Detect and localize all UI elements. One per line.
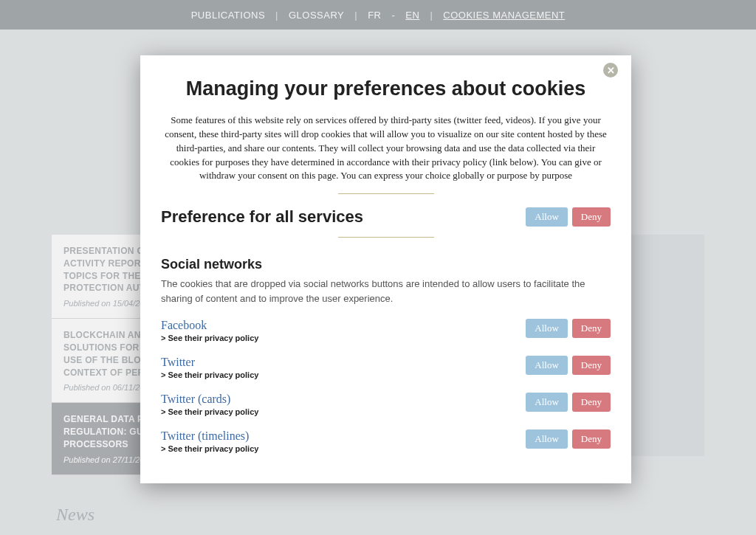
service-policy-link[interactable]: See their privacy policy <box>161 407 258 416</box>
service-row-twitter: Twitter See their privacy policy Allow D… <box>161 356 611 379</box>
cookie-modal: ✕ Managing your preferences about cookie… <box>140 55 631 483</box>
service-row-twitter-timelines: Twitter (timelines) See their privacy po… <box>161 429 611 453</box>
pref-all-heading: Preference for all services <box>161 207 363 227</box>
service-policy-link[interactable]: See their privacy policy <box>161 370 258 379</box>
service-name[interactable]: Twitter (cards) <box>161 393 258 406</box>
deny-button[interactable]: Deny <box>572 429 611 449</box>
modal-title: Managing your preferences about cookies <box>161 77 611 100</box>
deny-button[interactable]: Deny <box>572 393 611 412</box>
section-social-desc: The cookies that are dropped via social … <box>161 277 611 306</box>
modal-scroll[interactable]: Managing your preferences about cookies … <box>140 55 631 483</box>
divider <box>338 193 434 194</box>
service-name[interactable]: Twitter (timelines) <box>161 429 258 443</box>
service-row-facebook: Facebook See their privacy policy Allow … <box>161 319 611 342</box>
allow-button[interactable]: Allow <box>526 356 568 375</box>
allow-button[interactable]: Allow <box>526 393 568 412</box>
pref-all-row: Preference for all services Allow Deny <box>161 207 611 227</box>
service-policy-link[interactable]: See their privacy policy <box>161 444 258 453</box>
deny-button[interactable]: Deny <box>572 356 611 375</box>
allow-all-button[interactable]: Allow <box>526 207 568 227</box>
service-row-twitter-cards: Twitter (cards) See their privacy policy… <box>161 393 611 416</box>
allow-button[interactable]: Allow <box>526 319 568 338</box>
allow-button[interactable]: Allow <box>526 429 568 449</box>
service-name[interactable]: Twitter <box>161 356 258 369</box>
pref-all-buttons: Allow Deny <box>526 207 611 227</box>
section-social-title: Social networks <box>161 257 611 272</box>
service-policy-link[interactable]: See their privacy policy <box>161 334 258 342</box>
service-name[interactable]: Facebook <box>161 319 258 332</box>
modal-intro: Some features of this website rely on se… <box>161 114 611 183</box>
divider <box>338 237 434 238</box>
close-icon[interactable]: ✕ <box>603 63 618 77</box>
deny-button[interactable]: Deny <box>572 319 611 338</box>
deny-all-button[interactable]: Deny <box>572 207 611 227</box>
